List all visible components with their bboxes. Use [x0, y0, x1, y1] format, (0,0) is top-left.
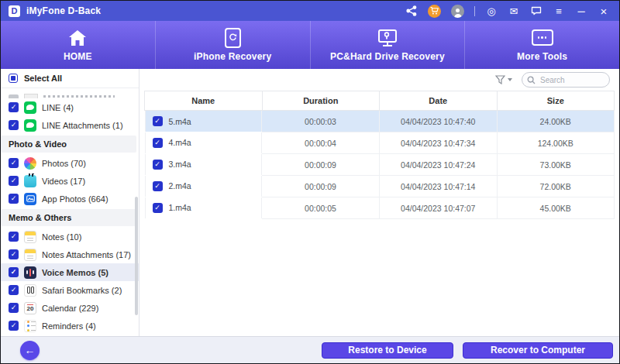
sidebar-item-line-attachments-1[interactable]: ✓LINE Attachments (1): [1, 116, 139, 134]
file-table: Name Duration Date Size ✓5.m4a00:00:0304…: [144, 91, 615, 219]
checkbox-checked-icon[interactable]: ✓: [9, 303, 19, 313]
line-icon: [24, 101, 36, 114]
toolbar: [140, 69, 619, 91]
sidebar-item-notes-attachments-17[interactable]: ✓Notes Attachments (17): [1, 246, 139, 263]
tab-label: iPhone Recovery: [194, 51, 271, 62]
sidebar-item-label: Reminders (4): [42, 321, 96, 331]
line-icon: [24, 119, 36, 132]
table-row-3-m4a[interactable]: ✓3.m4a00:00:0904/04/2023 10:47:2473.00KB: [145, 154, 615, 176]
table-row-5-m4a[interactable]: ✓5.m4a00:00:0304/04/2023 10:47:4024.00KB: [145, 111, 615, 132]
checkbox-checked-icon[interactable]: ✓: [153, 138, 163, 148]
table-row-2-m4a[interactable]: ✓2.m4a00:00:0904/04/2023 10:47:1472.00KB: [145, 176, 615, 197]
footer: ← Restore to Device Recover to Computer: [1, 336, 619, 363]
sidebar-item-safari-bookmarks-2[interactable]: ✓Safari Bookmarks (2): [1, 281, 139, 299]
close-icon[interactable]: ×: [598, 5, 610, 17]
sidebar-item-calendar-229[interactable]: ✓20Calendar (229): [1, 299, 139, 317]
search-icon: [527, 76, 536, 84]
checkbox-checked-icon[interactable]: ✓: [9, 267, 19, 277]
checkbox-checked-icon[interactable]: ✓: [9, 194, 19, 204]
sidebar-item-line-4[interactable]: ✓LINE (4): [1, 98, 139, 116]
table-row-1-m4a[interactable]: ✓1.m4a00:00:0504/04/2023 10:47:0745.00KB: [145, 197, 615, 219]
filter-funnel-icon: [495, 75, 505, 84]
tab-home[interactable]: HOME: [1, 21, 156, 69]
checkbox-checked-icon[interactable]: ✓: [9, 321, 19, 331]
titlebar: D iMyFone D-Back ◎ ✉ ≡ ─ ×: [1, 1, 619, 21]
checkbox-checked-icon[interactable]: ✓: [9, 158, 19, 168]
column-header-size[interactable]: Size: [497, 91, 615, 111]
back-button[interactable]: ←: [20, 341, 40, 360]
search-box[interactable]: [522, 72, 610, 88]
account-icon[interactable]: [451, 5, 464, 18]
select-all-checkbox-indeterminate[interactable]: [9, 74, 18, 83]
sidebar-item-label: Notes (10): [42, 232, 81, 242]
table-row-4-m4a[interactable]: ✓4.m4a00:00:0404/04/2023 10:47:34124.00K…: [145, 132, 615, 154]
file-name: 3.m4a: [169, 160, 191, 169]
sidebar-item-videos-17[interactable]: ✓Videos (17): [1, 172, 139, 190]
checkbox-checked-icon[interactable]: ✓: [9, 176, 19, 186]
videos-icon: [24, 175, 36, 187]
phone-recovery-icon: [225, 29, 241, 47]
restore-to-device-button[interactable]: Restore to Device: [322, 342, 453, 359]
checkbox-checked-icon[interactable]: ✓: [9, 232, 19, 242]
checkbox-checked-icon[interactable]: ✓: [153, 203, 163, 213]
column-header-name[interactable]: Name: [145, 91, 263, 111]
file-name: 4.m4a: [169, 138, 191, 147]
cell-duration: 00:00:03: [262, 111, 380, 132]
minimize-icon[interactable]: ─: [575, 5, 587, 17]
menu-icon[interactable]: ≡: [553, 5, 565, 17]
sidebar-item-label: Notes Attachments (17): [42, 250, 131, 259]
sidebar-item-app-photos-664[interactable]: ✓App Photos (664): [1, 190, 139, 208]
titlebar-icons: ◎ ✉ ≡ ─ ×: [405, 5, 610, 18]
file-name: 2.m4a: [169, 181, 191, 191]
cell-date: 04/04/2023 10:47:14: [380, 176, 498, 197]
cell-date: 04/04/2023 10:47:24: [380, 154, 498, 176]
scrollbar-thumb[interactable]: [135, 197, 138, 314]
mail-icon[interactable]: ✉: [508, 5, 520, 17]
cell-duration: 00:00:04: [262, 132, 380, 154]
sidebar-section-photo-video: Photo & Video: [1, 136, 136, 153]
target-icon[interactable]: ◎: [485, 5, 498, 17]
sidebar-item-photos-70[interactable]: ✓Photos (70): [1, 154, 139, 172]
checkbox-checked-icon[interactable]: ✓: [9, 249, 19, 259]
titlebar-separator: [474, 6, 475, 16]
table-header: Name Duration Date Size: [145, 91, 615, 111]
sidebar-section-memo-others: Memo & Others: [1, 209, 136, 226]
cell-size: 124.00KB: [497, 132, 615, 154]
column-header-date[interactable]: Date: [380, 91, 498, 111]
app-window: D iMyFone D-Back ◎ ✉ ≡ ─ × HO: [0, 0, 620, 364]
checkbox-checked-icon[interactable]: ✓: [9, 120, 19, 130]
store-icon[interactable]: [428, 5, 441, 18]
sidebar-scrollbar[interactable]: [135, 89, 138, 335]
column-header-duration[interactable]: Duration: [262, 91, 380, 111]
sidebar-item-label: Calendar (229): [42, 304, 98, 313]
tab-pc-recovery[interactable]: PC&Hard Drive Recovery: [311, 21, 466, 69]
checkbox-checked-icon[interactable]: ✓: [9, 285, 19, 295]
select-all-row[interactable]: Select All: [1, 69, 139, 88]
checkbox-checked-icon[interactable]: ✓: [153, 181, 163, 191]
cell-name: ✓3.m4a: [145, 154, 263, 175]
sidebar-item-notes-10[interactable]: ✓Notes (10): [1, 228, 139, 246]
tab-iphone-recovery[interactable]: iPhone Recovery: [156, 21, 311, 69]
sidebar-item-reminders-4[interactable]: ✓Reminders (4): [1, 317, 139, 335]
sidebar-list: ✓LINE (4)✓LINE Attachments (1)Photo & Vi…: [1, 88, 139, 336]
sidebar-item-voice-memos-5[interactable]: ✓Voice Memos (5): [1, 263, 139, 281]
app-logo: D: [9, 5, 20, 17]
cell-duration: 00:00:09: [262, 176, 380, 197]
checkbox-checked-icon[interactable]: ✓: [153, 116, 163, 126]
tab-label: HOME: [64, 51, 92, 62]
chat-icon[interactable]: [530, 5, 542, 17]
checkbox-checked-icon[interactable]: ✓: [153, 160, 163, 170]
sidebar-item-label: Videos (17): [42, 177, 85, 186]
checkbox-checked-icon[interactable]: ✓: [9, 102, 19, 112]
share-icon[interactable]: [405, 5, 418, 17]
search-input[interactable]: [539, 75, 598, 85]
tab-more-tools[interactable]: More Tools: [465, 21, 619, 69]
file-name: 5.m4a: [169, 117, 191, 126]
photos-icon: [24, 157, 36, 170]
sidebar-item-label: Safari Bookmarks (2): [42, 286, 122, 295]
sidebar-item-clipped[interactable]: [1, 89, 139, 98]
filter-button[interactable]: [495, 75, 512, 84]
arrow-left-icon: ←: [25, 344, 36, 356]
recover-to-computer-button[interactable]: Recover to Computer: [463, 342, 613, 359]
pc-recovery-icon: [377, 29, 398, 47]
